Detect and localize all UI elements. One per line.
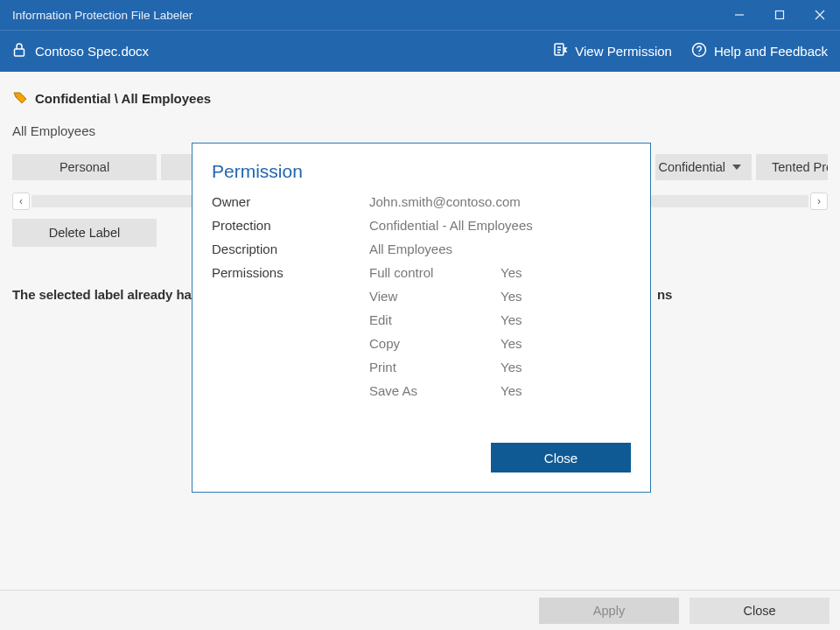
minimize-button[interactable] (719, 0, 760, 30)
current-file: Contoso Spec.docx (12, 42, 552, 60)
protection-label: Protection (212, 218, 369, 233)
perm-print-yn: Yes (500, 360, 562, 374)
help-icon (691, 42, 707, 60)
view-permission-button[interactable]: View Permission (552, 42, 672, 60)
label-subtext: All Employees (12, 123, 828, 138)
perm-edit-yn: Yes (500, 312, 562, 327)
current-label-path: Confidential \ All Employees (12, 89, 828, 108)
perm-copy: Copy (369, 336, 500, 351)
owner-value: John.smith@contoso.com (369, 194, 562, 209)
description-label: Description (212, 242, 369, 256)
filename: Contoso Spec.docx (35, 44, 149, 59)
close-button[interactable]: Close (690, 598, 830, 624)
help-feedback-button[interactable]: Help and Feedback (691, 42, 828, 60)
svg-point-8 (16, 94, 18, 96)
perm-view-yn: Yes (500, 289, 562, 304)
app-title: Information Protection File Labeler (0, 9, 719, 22)
label-tented-project[interactable]: Tented Projec (756, 154, 828, 180)
close-window-button[interactable] (800, 0, 840, 30)
label-path-text: Confidential \ All Employees (35, 91, 211, 106)
svg-point-6 (692, 44, 705, 57)
selected-msg-tail: ns (657, 287, 672, 302)
svg-rect-1 (776, 11, 784, 19)
protection-value: Confidential - All Employees (369, 218, 562, 233)
label-confidential-dropdown[interactable]: Confidential (655, 154, 752, 180)
perm-full-control-yn: Yes (500, 265, 562, 280)
scroll-left-button[interactable]: ‹ (12, 192, 30, 210)
perm-print: Print (369, 360, 500, 374)
selected-msg-lead: The selected label already has (12, 287, 199, 302)
perm-full-control: Full control (369, 265, 500, 280)
permission-icon (552, 42, 568, 60)
perm-saveas: Save As (369, 383, 500, 398)
perm-view: View (369, 289, 500, 304)
perm-copy-yn: Yes (500, 336, 562, 351)
label-personal[interactable]: Personal (12, 154, 157, 180)
scroll-right-button[interactable]: › (810, 192, 828, 210)
perm-edit: Edit (369, 312, 500, 327)
permission-dialog: Permission Owner John.smith@contoso.com … (192, 143, 651, 493)
svg-rect-4 (15, 49, 24, 56)
permissions-label: Permissions (212, 265, 369, 280)
tag-icon (12, 89, 28, 108)
command-bar: Contoso Spec.docx View Permission Help a… (0, 30, 840, 72)
perm-saveas-yn: Yes (500, 383, 562, 398)
lock-icon (12, 42, 26, 60)
title-bar: Information Protection File Labeler (0, 0, 840, 30)
apply-button[interactable]: Apply (539, 598, 679, 624)
maximize-button[interactable] (760, 0, 800, 30)
svg-point-7 (698, 53, 699, 54)
scroll-track-left[interactable] (32, 195, 193, 207)
delete-label-button[interactable]: Delete Label (12, 219, 157, 247)
footer-bar: Apply Close (0, 590, 840, 630)
dialog-close-button[interactable]: Close (491, 443, 631, 472)
scroll-track-right[interactable] (651, 195, 808, 207)
owner-label: Owner (212, 194, 369, 209)
dialog-title: Permission (212, 161, 631, 182)
description-value: All Employees (369, 242, 562, 256)
help-feedback-label: Help and Feedback (714, 44, 828, 59)
view-permission-label: View Permission (575, 44, 672, 59)
